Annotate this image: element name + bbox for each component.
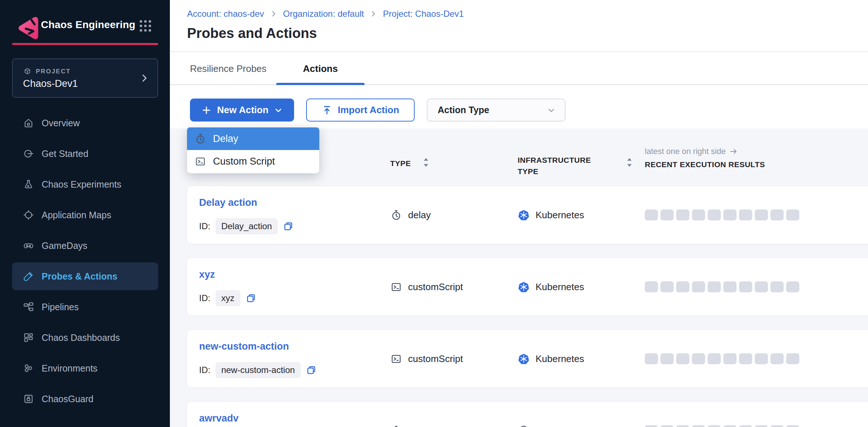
action-name-link[interactable]: new-custom-action	[199, 341, 289, 352]
tab-actions[interactable]: Actions	[276, 63, 365, 74]
execution-result-placeholder	[739, 425, 752, 427]
module-grid-menu-icon[interactable]	[138, 18, 153, 34]
column-header-type: TYPE	[390, 159, 411, 168]
execution-result-placeholder	[723, 353, 736, 364]
sidebar-item-label: Environments	[42, 363, 98, 374]
harness-chaos-logo-icon	[15, 13, 45, 42]
sort-icon[interactable]	[422, 157, 430, 168]
menu-item-custom-script[interactable]: Custom Script	[187, 150, 319, 173]
environments-icon	[23, 362, 34, 374]
import-icon	[321, 105, 332, 116]
execution-result-placeholder	[723, 209, 736, 220]
sidebar-item-label: ChaosGuard	[42, 394, 94, 404]
action-type-filter[interactable]: Action Type	[427, 99, 566, 122]
sidebar-item-chaos-experiments[interactable]: Chaos Experiments	[0, 169, 170, 200]
sidebar-item-chaos-dashboards[interactable]: Chaos Dashboards	[0, 322, 170, 353]
home-icon	[23, 117, 34, 129]
sidebar-item-application-maps[interactable]: Application Maps	[0, 200, 170, 230]
execution-result-placeholder	[676, 209, 689, 220]
execution-result-placeholder	[786, 209, 799, 220]
import-action-button[interactable]: Import Action	[306, 99, 415, 122]
column-header-recent-execution-results: RECENT EXECUTION RESULTS	[645, 160, 765, 169]
kubernetes-icon	[518, 353, 530, 365]
execution-result-placeholder	[692, 281, 705, 292]
main-content: Account: chaos-devOrganization: defaultP…	[170, 0, 868, 427]
action-name-link[interactable]: Delay action	[199, 197, 257, 208]
menu-item-label: Delay	[213, 133, 238, 145]
sidebar-nav: Overview Get Started Chaos Experiments A…	[0, 108, 170, 414]
sidebar-item-chaosguard[interactable]: ChaosGuard	[0, 384, 170, 414]
column-header-infrastructure-type: INFRASTRUCTURE TYPE	[518, 154, 609, 177]
sidebar-item-probes-actions[interactable]: Probes & Actions	[0, 261, 170, 292]
stopwatch-icon	[194, 133, 206, 145]
page-header: Account: chaos-devOrganization: defaultP…	[170, 0, 868, 52]
execution-result-placeholder	[786, 425, 799, 427]
sidebar-item-environments[interactable]: Environments	[0, 353, 170, 384]
sidebar-item-label: Chaos Dashboards	[42, 332, 120, 343]
action-name-link[interactable]: xyz	[199, 269, 215, 280]
infrastructure-cell: Kubernetes	[518, 330, 584, 388]
project-name: Chaos-Dev1	[23, 78, 78, 89]
execution-result-placeholder	[708, 209, 721, 220]
project-label: PROJECT	[36, 68, 71, 75]
sidebar-item-overview[interactable]: Overview	[0, 108, 170, 138]
type-cell: delay	[390, 402, 431, 427]
chevron-right-icon	[139, 73, 149, 83]
menu-item-label: Custom Script	[213, 156, 275, 167]
terminal-icon	[390, 353, 402, 365]
menu-item-delay[interactable]: Delay	[187, 127, 319, 150]
infrastructure-cell: Kubernetes	[518, 186, 584, 244]
sidebar-item-get-started[interactable]: Get Started	[0, 138, 170, 169]
sidebar-item-pipelines[interactable]: Pipelines	[0, 292, 170, 322]
execution-result-placeholder	[692, 353, 705, 364]
table-row: Delay action ID: Delay_action delay Kube…	[187, 186, 868, 244]
breadcrumb-link[interactable]: Account: chaos-dev	[187, 9, 264, 19]
chevron-down-icon	[547, 105, 556, 115]
execution-result-placeholder	[723, 281, 736, 292]
table-row: awrvadv ID: delay Linux	[187, 402, 868, 427]
execution-result-placeholder	[723, 425, 736, 427]
infrastructure-cell: Kubernetes	[518, 258, 584, 316]
tab-resilience-probes[interactable]: Resilience Probes	[190, 63, 267, 74]
stopwatch-icon	[390, 425, 402, 427]
copy-id-button[interactable]	[306, 365, 317, 376]
probes-actions-icon	[23, 270, 34, 282]
action-type-filter-value: Action Type	[438, 105, 489, 115]
infrastructure-cell: Linux	[518, 402, 558, 427]
execution-result-placeholder	[739, 353, 752, 364]
action-id: ID: new-custom-action	[199, 362, 317, 378]
breadcrumb-link[interactable]: Organization: default	[283, 9, 364, 19]
sidebar-item-gamedays[interactable]: GameDays	[0, 230, 170, 261]
sidebar-item-label: Pipelines	[42, 302, 79, 312]
recent-execution-results	[645, 425, 799, 427]
action-id-chip: xyz	[216, 290, 240, 306]
execution-result-placeholder	[786, 281, 799, 292]
copy-id-button[interactable]	[283, 221, 294, 232]
copy-id-button[interactable]	[245, 293, 256, 304]
execution-result-placeholder	[770, 281, 784, 292]
new-action-button[interactable]: New Action	[190, 99, 294, 122]
arrow-right-icon	[729, 147, 738, 156]
sidebar-item-label: Chaos Experiments	[42, 179, 121, 190]
chevron-right-icon	[270, 10, 278, 18]
active-tab-underline	[276, 83, 365, 85]
execution-result-placeholder	[786, 353, 799, 364]
terminal-icon	[194, 155, 206, 168]
tab-bar: Resilience Probes Actions	[170, 52, 868, 85]
execution-result-placeholder	[645, 281, 658, 292]
breadcrumb-link[interactable]: Project: Chaos-Dev1	[383, 9, 464, 19]
execution-result-placeholder	[676, 353, 689, 364]
execution-result-placeholder	[708, 425, 721, 427]
table-row: new-custom-action ID: new-custom-action …	[187, 330, 868, 388]
recent-execution-results	[645, 281, 799, 292]
sort-icon[interactable]	[625, 157, 633, 168]
action-id-chip: new-custom-action	[216, 362, 301, 378]
project-selector[interactable]: PROJECT Chaos-Dev1	[12, 58, 158, 98]
breadcrumb: Account: chaos-devOrganization: defaultP…	[187, 9, 464, 19]
action-name-link[interactable]: awrvadv	[199, 413, 239, 424]
chevron-down-icon	[274, 105, 283, 115]
sidebar-item-label: Application Maps	[42, 210, 111, 220]
plus-icon	[201, 105, 212, 116]
execution-result-placeholder	[660, 353, 674, 364]
kubernetes-icon	[518, 209, 530, 221]
